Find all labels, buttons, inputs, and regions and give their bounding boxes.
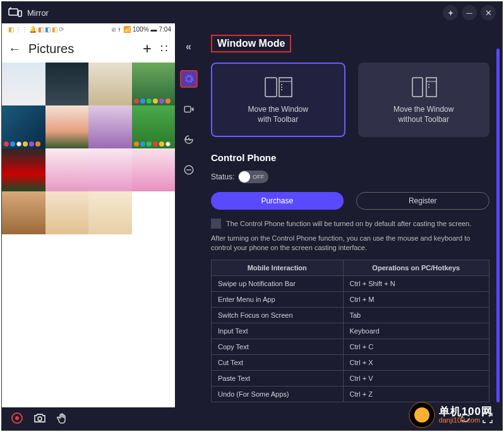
camera-icon[interactable] <box>33 412 46 424</box>
photo-item[interactable] <box>45 148 89 191</box>
svg-point-17 <box>15 416 19 420</box>
side-toolstrip: « <box>175 23 202 409</box>
time-text: 7:04 <box>159 26 171 33</box>
fullscreen-icon[interactable] <box>482 412 493 424</box>
hotkey-table: Mobile Interaction Operations on PC/Hotk… <box>211 260 489 402</box>
svg-rect-5 <box>265 78 277 97</box>
svg-point-8 <box>281 84 282 85</box>
record-circle-icon[interactable] <box>11 412 23 424</box>
svg-point-15 <box>428 87 429 88</box>
history-icon[interactable] <box>180 131 198 148</box>
control-phone-heading: Control Phone <box>211 152 489 163</box>
status-icon: ⎚ <box>112 26 116 33</box>
photo-item[interactable] <box>2 191 45 234</box>
app-window: Mirror ─ ✕ ◧ ⋮⋮ 🔔 ◧ ◧ ◧ ⟳ ⎚ ᚼ 📶 100% <box>1 1 503 431</box>
photo-item[interactable] <box>88 105 132 148</box>
hand-icon[interactable] <box>56 412 69 424</box>
table-row: Paste TextCtrl + V <box>212 370 489 386</box>
minus-circle-icon[interactable] <box>180 161 198 179</box>
table-row: Switch Focus on ScreenTab <box>212 307 489 323</box>
table-row: Enter Menu in AppCtrl + M <box>212 291 489 307</box>
rotate-icon[interactable] <box>459 412 472 424</box>
app-title: Mirror <box>27 8 49 18</box>
photo-item[interactable] <box>132 148 176 191</box>
mode-label: Move the Window <box>393 105 453 114</box>
purchase-button[interactable]: Purchase <box>211 192 344 210</box>
photo-item[interactable] <box>45 63 89 105</box>
window-mode-heading: Window Mode <box>211 35 291 52</box>
svg-rect-0 <box>9 9 18 15</box>
mode-label: without Toolbar <box>399 115 450 124</box>
table-row: Undo (For Some Apps)Ctrl + Z <box>212 386 489 402</box>
phone-screen-title: Pictures <box>28 42 143 56</box>
control-note: After turning on the Control Phone funct… <box>211 234 489 253</box>
status-label: Status: <box>211 172 234 181</box>
add-icon[interactable]: + <box>143 40 152 57</box>
battery-icon: ▬ <box>151 26 157 33</box>
svg-rect-11 <box>412 78 423 97</box>
phone-statusbar: ◧ ⋮⋮ 🔔 ◧ ◧ ◧ ⟳ ⎚ ᚼ 📶 100% ▬ 7:04 <box>2 23 175 35</box>
status-icon: ◧ <box>8 26 14 33</box>
table-row: Input TextKeyboard <box>212 323 489 339</box>
checkbox-label: The Control Phone function will be turne… <box>226 220 471 227</box>
table-row: Cut TextCtrl + X <box>212 354 489 370</box>
photo-item[interactable] <box>45 191 89 234</box>
app-logo-icon <box>8 6 22 20</box>
svg-point-10 <box>281 89 282 90</box>
main-area: ◧ ⋮⋮ 🔔 ◧ ◧ ◧ ⟳ ⎚ ᚼ 📶 100% ▬ 7:04 ← Pictu… <box>2 23 502 409</box>
control-phone-toggle[interactable]: OFF <box>238 171 268 183</box>
photo-item[interactable] <box>2 148 45 191</box>
table-header: Operations on PC/Hotkeys <box>343 260 489 275</box>
status-icon: ◧ <box>52 26 57 33</box>
photo-item[interactable] <box>2 63 45 105</box>
content-scrollbar[interactable] <box>496 49 500 402</box>
record-icon[interactable] <box>180 100 198 118</box>
settings-gear-icon[interactable] <box>180 70 198 88</box>
status-icon: ◧ <box>38 26 44 33</box>
bottom-bar <box>2 407 502 429</box>
status-icon: ᚼ <box>117 26 121 33</box>
svg-point-9 <box>281 87 282 88</box>
phone-header: ← Pictures + ∷ <box>2 35 175 63</box>
titlebar: Mirror ─ ✕ <box>2 2 502 23</box>
close-button[interactable]: ✕ <box>481 5 496 20</box>
svg-rect-12 <box>426 78 436 97</box>
signal-icon: 📶 <box>123 26 131 33</box>
toggle-state: OFF <box>253 174 264 180</box>
photo-item[interactable] <box>88 191 132 234</box>
table-header: Mobile Interaction <box>212 260 344 275</box>
battery-text: 100% <box>133 26 149 33</box>
svg-point-18 <box>38 417 42 421</box>
collapse-icon[interactable]: « <box>186 41 191 52</box>
photo-item[interactable] <box>88 148 132 191</box>
mode-without-toolbar[interactable]: Move the Windowwithout Toolbar <box>358 63 490 137</box>
status-icon: ⋮⋮ <box>15 26 28 33</box>
svg-rect-2 <box>184 107 191 112</box>
mode-label: with Toolbar <box>258 115 298 124</box>
back-icon[interactable]: ← <box>8 42 21 56</box>
svg-rect-1 <box>18 11 21 16</box>
mode-with-toolbar[interactable]: Move the Windowwith Toolbar <box>211 63 345 137</box>
table-row: Swipe up Notification BarCtrl + Shift + … <box>212 275 489 291</box>
photo-item[interactable] <box>88 63 132 105</box>
status-icon: 🔔 <box>29 26 37 33</box>
mode-label: Move the Window <box>248 105 308 114</box>
phone-mirror: ◧ ⋮⋮ 🔔 ◧ ◧ ◧ ⟳ ⎚ ᚼ 📶 100% ▬ 7:04 ← Pictu… <box>2 23 175 409</box>
grid-toggle-icon[interactable]: ∷ <box>160 42 169 56</box>
register-button[interactable]: Register <box>356 192 490 210</box>
minimize-button[interactable]: ─ <box>462 5 477 20</box>
photo-grid <box>2 63 175 234</box>
pin-button[interactable] <box>443 5 458 20</box>
status-icon: ◧ <box>45 26 51 33</box>
photo-item[interactable] <box>132 105 176 148</box>
svg-point-14 <box>428 84 429 85</box>
photo-item[interactable] <box>2 105 45 148</box>
content-panel: Window Mode Move the Windowwith Toolbar … <box>202 23 502 409</box>
status-icon: ⟳ <box>59 26 64 33</box>
photo-item[interactable] <box>132 63 176 105</box>
table-row: Copy TextCtrl + C <box>212 339 489 354</box>
photo-item[interactable] <box>45 105 89 148</box>
default-on-checkbox[interactable] <box>211 219 221 229</box>
